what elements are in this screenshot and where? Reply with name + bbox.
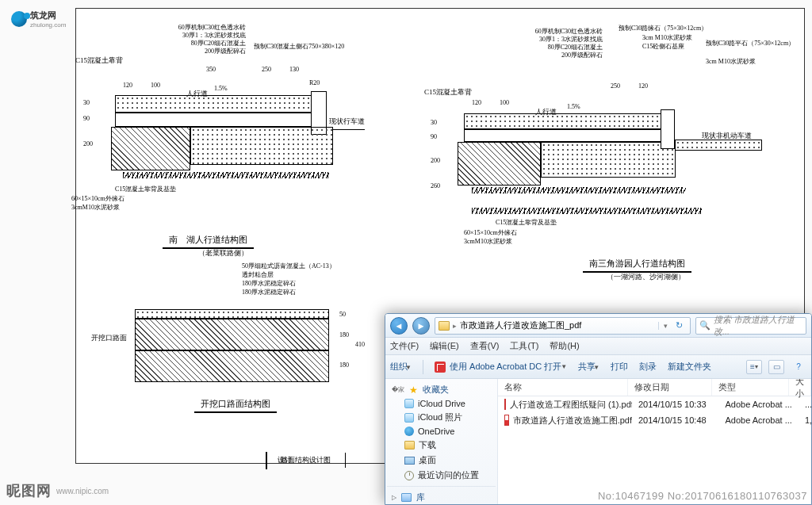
sidebar-icloud-drive[interactable]: iCloud Drive: [387, 397, 496, 410]
base2: [541, 142, 676, 178]
sidebar-downloads[interactable]: 下载: [387, 438, 496, 453]
dim: 350: [206, 66, 216, 73]
print-button[interactable]: 打印: [611, 361, 628, 373]
sidebar-sep: [387, 486, 496, 487]
desktop-icon: [404, 457, 415, 465]
watermark-site: 昵图网: [6, 481, 52, 500]
ground2: [472, 187, 686, 193]
dim: 120: [472, 99, 481, 106]
slope: 1.5%: [214, 85, 228, 92]
curb-note-right: 预制C30路缘石（75×30×12cm）: [619, 24, 707, 33]
nav-pane[interactable]: �家★收藏夹 iCloud Drive iCloud 照片 OneDrive 下…: [385, 379, 498, 504]
nav-forward-button[interactable]: ►: [412, 317, 430, 335]
dim: 180: [339, 331, 349, 339]
organize-button[interactable]: 组织 ▼: [390, 361, 412, 373]
mortar-note2: 3cmM10水泥砂浆: [464, 237, 512, 246]
paving-layer: [115, 95, 313, 113]
new-folder-button[interactable]: 新建文件夹: [668, 361, 711, 373]
base-layer: [190, 127, 333, 165]
dim: 250: [611, 82, 620, 90]
share-button[interactable]: 共享 ▼: [578, 361, 599, 373]
view-mode-button[interactable]: ≡ ▾: [746, 360, 762, 374]
file-row[interactable]: 市政道路人行道改造施工图.pdf 2014/10/15 10:48 Adobe …: [498, 412, 811, 428]
menu-view[interactable]: 查看(V): [470, 340, 500, 352]
dim: 180: [339, 362, 349, 369]
recent-icon: [404, 471, 414, 480]
file-explorer-window[interactable]: ◄ ► ▸ 市政道路人行道改造施工图_pdf ▾ ↻ 🔍 搜索 市政道路人行道改…: [385, 313, 812, 505]
menu-tools[interactable]: 工具(T): [510, 340, 538, 352]
dim: 260: [431, 182, 440, 189]
file-date: 2014/10/15 10:33: [632, 400, 719, 409]
dim: 200: [431, 157, 440, 164]
explorer-titlebar[interactable]: ◄ ► ▸ 市政道路人行道改造施工图_pdf ▾ ↻ 🔍 搜索 市政道路人行道改…: [385, 314, 811, 338]
menu-file[interactable]: 文件(F): [390, 340, 419, 352]
cushion-note: C15混凝土靠背及基垫: [115, 185, 176, 193]
column-headers[interactable]: 名称 修改日期 类型 大小: [498, 379, 811, 396]
bedding2: [464, 129, 662, 142]
toolbar-sep: [423, 360, 423, 374]
carlane-label: 现状行车道: [329, 117, 365, 127]
watermark-right: No:10467199 No:20170616180110763037: [598, 490, 807, 502]
ground2b: [472, 208, 702, 214]
dim: 100: [151, 82, 160, 89]
star-icon: ★: [409, 384, 418, 396]
logo-sub: zhulong.com: [30, 21, 66, 29]
file-name: 人行道改造工程图纸疑问 (1).pdf: [510, 399, 632, 411]
search-box[interactable]: 🔍 搜索 市政道路人行道改...: [695, 317, 806, 335]
search-placeholder: 搜索 市政道路人行道改...: [714, 314, 802, 338]
col-name[interactable]: 名称: [498, 379, 628, 396]
file-name: 市政道路人行道改造施工图.pdf: [513, 415, 632, 427]
file-type: Adobe Acrobat ...: [719, 415, 799, 425]
col-size[interactable]: 大小: [789, 379, 811, 396]
slope: 1.5%: [567, 103, 580, 110]
sidebar-icloud-photo[interactable]: iCloud 照片: [387, 410, 496, 425]
sidebar-recent[interactable]: 最近访问的位置: [387, 468, 496, 483]
ground-line: [123, 172, 329, 178]
breadcrumb-item[interactable]: 市政道路人行道改造施工图_pdf: [460, 319, 581, 331]
folder-icon: [439, 321, 450, 331]
onedrive-icon: [404, 427, 414, 436]
pdf-icon: [504, 399, 506, 410]
burn-button[interactable]: 刻录: [639, 361, 657, 373]
dim: 30: [83, 99, 90, 106]
dim: 50: [339, 311, 346, 318]
section1-title: 南 湖人行道结构图: [163, 234, 254, 249]
dim: 100: [500, 99, 509, 106]
icloud-photo-icon: [404, 413, 414, 423]
flatstone-layer: [675, 140, 762, 151]
nav-back-button[interactable]: ◄: [390, 317, 408, 335]
curb2: [661, 109, 675, 149]
stab1: [135, 319, 329, 350]
file-row[interactable]: 人行道改造工程图纸疑问 (1).pdf 2014/10/15 10:33 Ado…: [498, 396, 811, 412]
sidebar-desktop[interactable]: 桌面: [387, 453, 496, 468]
dim: 200: [83, 140, 93, 147]
col-date[interactable]: 修改日期: [628, 379, 712, 396]
layer-notes-right: 60厚机制C30红色透水砖 30厚1：3水泥砂浆找底 80厚C20细石混凝土 2…: [484, 28, 603, 59]
refresh-icon[interactable]: ↻: [671, 320, 687, 331]
addr-dropdown-icon[interactable]: ▾: [658, 322, 668, 330]
library-icon: [401, 493, 412, 502]
libraries-header[interactable]: ▷库: [387, 490, 496, 504]
file-list-pane[interactable]: 名称 修改日期 类型 大小 人行道改造工程图纸疑问 (1).pdf 2014/1…: [498, 379, 811, 504]
road-surface: [333, 129, 365, 130]
open-with-acrobat-button[interactable]: 使用 Adobe Acrobat DC 打开 ▼: [435, 361, 567, 373]
mortar-r1: 3cm M10水泥砂浆: [642, 33, 692, 42]
dim: 90: [431, 133, 437, 140]
title-block: 路面结构设计图 设计: [266, 452, 267, 469]
layer-notes-left: 60厚机制C30红色透水砖 30厚1：3水泥砂浆找底 80厚C20细石混凝土 2…: [127, 24, 246, 55]
flat-stone: 预制C30路平石（75×30×12cm）: [706, 40, 777, 48]
menu-edit[interactable]: 编辑(E): [430, 340, 459, 352]
sidebar-onedrive[interactable]: OneDrive: [387, 425, 496, 438]
menu-bar[interactable]: 文件(F) 编辑(E) 查看(V) 工具(T) 帮助(H): [385, 338, 811, 355]
address-bar[interactable]: ▸ 市政道路人行道改造施工图_pdf ▾ ↻: [435, 317, 691, 335]
dim: 120: [123, 82, 132, 89]
help-button[interactable]: ?: [791, 360, 806, 374]
preview-pane-button[interactable]: ▭: [768, 360, 784, 374]
command-bar[interactable]: 组织 ▼ 使用 Adobe Acrobat DC 打开 ▼ 共享 ▼ 打印 刻录…: [385, 355, 811, 379]
menu-help[interactable]: 帮助(H): [550, 340, 579, 352]
breadcrumb-sep-icon: ▸: [453, 322, 457, 330]
col-type[interactable]: 类型: [712, 379, 789, 396]
favorites-header[interactable]: �家★收藏夹: [387, 382, 496, 397]
file-size: 1,76: [799, 415, 811, 425]
paving-layer2: [464, 113, 662, 129]
